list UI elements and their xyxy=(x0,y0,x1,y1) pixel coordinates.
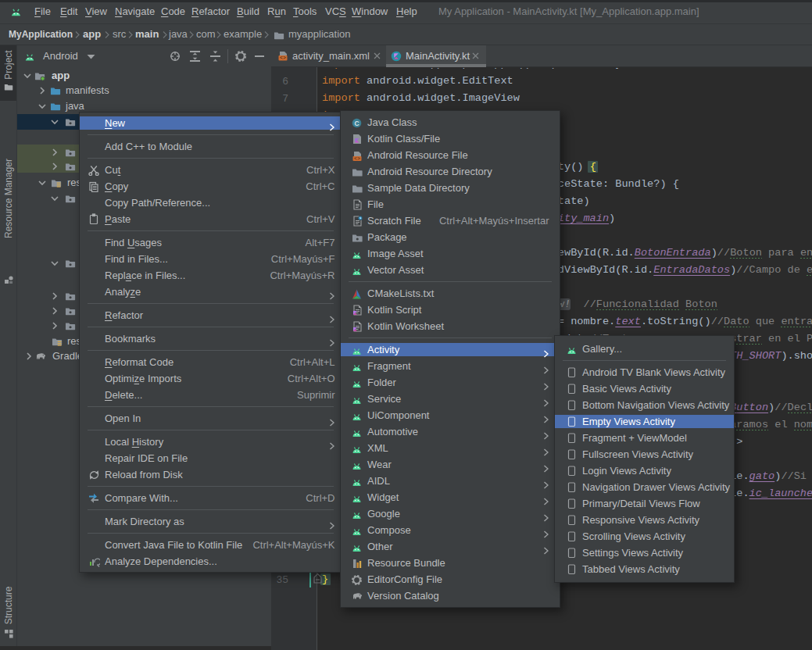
svg-text:<>: <> xyxy=(280,55,286,61)
svg-text:<>: <> xyxy=(354,156,360,161)
svg-text:C: C xyxy=(354,120,359,127)
